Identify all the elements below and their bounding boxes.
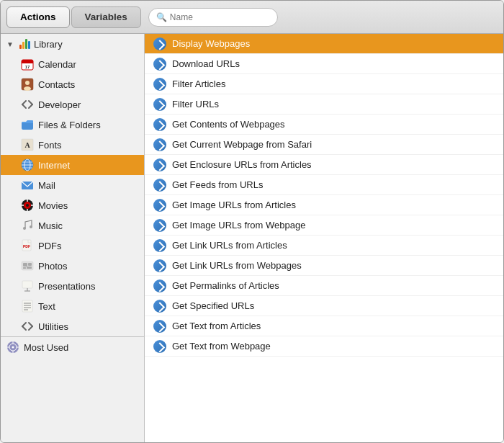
sidebar-item-internet[interactable]: Internet <box>1 155 144 175</box>
action-item-get-current-webpage[interactable]: Get Current Webpage from Safari <box>145 135 503 155</box>
action-item-get-text-articles[interactable]: Get Text from Articles <box>145 316 503 336</box>
sidebar-item-presentations-label: Presentations <box>38 281 96 292</box>
files-folders-icon <box>21 118 34 131</box>
text-icon <box>21 300 34 313</box>
svg-point-32 <box>30 225 32 228</box>
sidebar-item-utilities-label: Utilities <box>38 321 68 332</box>
tab-variables[interactable]: Variables <box>71 6 141 28</box>
svg-line-51 <box>29 326 32 330</box>
action-icon-filter-urls <box>153 98 166 111</box>
action-label-get-feeds: Get Feeds from URLs <box>172 179 263 190</box>
search-input[interactable] <box>170 12 271 22</box>
action-icon-get-image-urls-webpage <box>153 219 166 232</box>
sidebar-item-presentations[interactable]: Presentations <box>1 276 144 296</box>
action-item-get-permalinks-articles[interactable]: Get Permalinks of Articles <box>145 276 503 296</box>
svg-rect-40 <box>22 281 32 288</box>
action-label-get-specified-urls: Get Specified URLs <box>172 300 254 311</box>
action-item-download-urls[interactable]: Download URLs <box>145 54 503 74</box>
action-icon-get-link-urls-webpages <box>153 259 166 272</box>
svg-line-14 <box>29 104 32 108</box>
music-icon <box>21 219 34 232</box>
svg-rect-38 <box>23 267 26 269</box>
svg-rect-39 <box>27 267 32 269</box>
sidebar-item-music[interactable]: Music <box>1 215 144 236</box>
action-item-get-image-urls-webpage[interactable]: Get Image URLs from Webpage <box>145 215 503 236</box>
tab-actions[interactable]: Actions <box>6 6 70 28</box>
action-item-get-specified-urls[interactable]: Get Specified URLs <box>145 296 503 316</box>
svg-rect-0 <box>19 45 22 49</box>
svg-text:17: 17 <box>25 65 30 69</box>
svg-line-12 <box>22 104 26 108</box>
mail-icon <box>21 179 34 192</box>
sidebar-item-files-folders-label: Files & Folders <box>38 120 101 130</box>
sidebar-item-calendar-label: Calendar <box>38 59 76 70</box>
action-item-get-link-urls-articles[interactable]: Get Link URLs from Articles <box>145 236 503 256</box>
action-item-filter-articles[interactable]: Filter Articles <box>145 74 503 94</box>
action-item-get-image-urls-articles[interactable]: Get Image URLs from Articles <box>145 195 503 215</box>
calendar-icon: 17 <box>21 58 34 71</box>
action-label-get-image-urls-webpage: Get Image URLs from Webpage <box>172 220 305 231</box>
action-label-get-enclosure-urls: Get Enclosure URLs from Articles <box>172 159 312 170</box>
action-label-get-permalinks-articles: Get Permalinks of Articles <box>172 280 279 291</box>
action-item-filter-urls[interactable]: Filter URLs <box>145 94 503 115</box>
sidebar-item-contacts-label: Contacts <box>38 79 75 90</box>
action-item-get-enclosure-urls[interactable]: Get Enclosure URLs from Articles <box>145 155 503 175</box>
most-used-section: Most Used <box>1 336 144 357</box>
sidebar-item-photos[interactable]: Photos <box>1 256 144 276</box>
action-item-get-feeds[interactable]: Get Feeds from URLs <box>145 175 503 195</box>
sidebar-item-music-label: Music <box>38 220 63 231</box>
svg-line-48 <box>22 323 26 326</box>
sidebar-item-calendar[interactable]: 17 Calendar <box>1 54 144 74</box>
search-icon: 🔍 <box>156 12 167 22</box>
action-item-get-link-urls-webpages[interactable]: Get Link URLs from Webpages <box>145 256 503 276</box>
svg-point-9 <box>25 81 30 85</box>
search-box: 🔍 <box>148 8 278 27</box>
action-item-get-text-webpage[interactable]: Get Text from Webpage <box>145 336 503 357</box>
sidebar-item-contacts[interactable]: Contacts <box>1 74 144 94</box>
library-label: Library <box>34 39 63 50</box>
sidebar-item-developer[interactable]: Developer <box>1 94 144 115</box>
sidebar-item-most-used[interactable]: Most Used <box>1 337 144 357</box>
sidebar-item-movies[interactable]: Movies <box>1 195 144 215</box>
presentations-icon <box>21 279 34 292</box>
svg-text:A: A <box>24 141 30 149</box>
sidebar-item-mail[interactable]: Mail <box>1 175 144 195</box>
sidebar-item-pdfs[interactable]: PDF PDFs <box>1 236 144 256</box>
action-item-display-webpages[interactable]: Display Webpages <box>145 34 503 54</box>
svg-rect-37 <box>28 263 32 266</box>
app-window: Actions Variables 🔍 ▼ <box>0 0 504 443</box>
svg-point-26 <box>26 204 29 207</box>
sidebar-item-utilities[interactable]: Utilities <box>1 316 144 336</box>
internet-icon <box>21 158 34 171</box>
contacts-icon <box>21 78 34 91</box>
action-item-get-contents-webpages[interactable]: Get Contents of Webpages <box>145 115 503 135</box>
sidebar-item-fonts-label: Fonts <box>38 140 62 151</box>
action-icon-get-permalinks-articles <box>153 279 166 292</box>
movies-icon <box>21 199 34 212</box>
action-icon-get-link-urls-articles <box>153 239 166 252</box>
photos-icon <box>21 259 34 272</box>
sidebar-library-header[interactable]: ▼ Library <box>1 34 144 54</box>
action-label-get-link-urls-webpages: Get Link URLs from Webpages <box>172 260 302 271</box>
fonts-icon: A <box>21 138 34 151</box>
sidebar-item-mail-label: Mail <box>38 180 55 191</box>
most-used-icon <box>6 341 19 354</box>
action-label-get-image-urls-articles: Get Image URLs from Articles <box>172 200 296 210</box>
action-label-display-webpages: Display Webpages <box>172 38 250 49</box>
action-label-get-text-articles: Get Text from Articles <box>172 321 261 331</box>
sidebar-items-list: 17 Calendar Contacts <box>1 54 144 336</box>
action-label-download-urls: Download URLs <box>172 58 240 69</box>
sidebar-item-text[interactable]: Text <box>1 296 144 316</box>
action-icon-get-text-articles <box>153 320 166 333</box>
action-icon-get-enclosure-urls <box>153 158 166 171</box>
action-icon-get-image-urls-articles <box>153 199 166 212</box>
action-icon-get-feeds <box>153 179 166 192</box>
svg-line-49 <box>22 326 26 330</box>
pdfs-icon: PDF <box>21 239 34 252</box>
sidebar-item-fonts[interactable]: A Fonts <box>1 135 144 155</box>
action-label-get-contents-webpages: Get Contents of Webpages <box>172 119 285 130</box>
svg-rect-6 <box>22 62 33 63</box>
developer-icon <box>21 98 34 111</box>
svg-point-54 <box>12 346 14 349</box>
sidebar-item-files-folders[interactable]: Files & Folders <box>1 115 144 135</box>
